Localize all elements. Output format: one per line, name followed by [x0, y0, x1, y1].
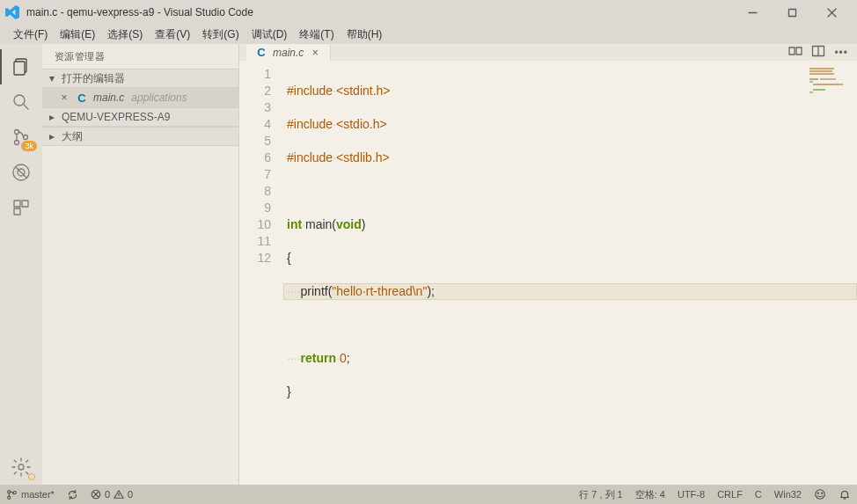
chevron-right-icon: ▸ [46, 130, 58, 142]
svg-point-17 [18, 464, 24, 470]
vscode-logo-icon [5, 5, 19, 19]
line-gutter: 123 456 789 101112 [239, 61, 283, 500]
svg-rect-22 [809, 68, 834, 69]
svg-rect-14 [14, 201, 20, 207]
editor-tab[interactable]: C main.c × [246, 44, 331, 61]
menu-view[interactable]: 查看(V) [149, 26, 196, 44]
split-editor-icon[interactable] [811, 44, 825, 61]
editor-tabs: C main.c × ••• [239, 44, 857, 61]
open-editor-filename: main.c [93, 91, 124, 104]
activity-bar: 3k [0, 44, 42, 485]
menu-bar: 文件(F) 编辑(E) 选择(S) 查看(V) 转到(G) 调试(D) 终端(T… [0, 25, 857, 44]
menu-edit[interactable]: 编辑(E) [54, 26, 101, 44]
debug-activity-icon[interactable] [0, 155, 42, 190]
svg-rect-5 [14, 62, 25, 75]
open-editors-section[interactable]: ▾ 打开的编辑器 [42, 69, 238, 88]
open-editor-item[interactable]: × C main.c applications [42, 88, 238, 107]
menu-selection[interactable]: 选择(S) [101, 26, 149, 44]
svg-rect-30 [809, 91, 813, 93]
menu-debug[interactable]: 调试(D) [245, 26, 294, 44]
svg-rect-24 [809, 73, 834, 75]
chevron-right-icon: ▸ [46, 111, 58, 123]
status-branch[interactable]: master* [0, 485, 61, 504]
svg-line-7 [24, 105, 28, 109]
menu-go[interactable]: 转到(G) [196, 26, 245, 44]
code-editor[interactable]: 123 456 789 101112 #include·<stdint.h> #… [239, 61, 857, 500]
svg-rect-18 [789, 47, 795, 55]
explorer-sidebar: 资源管理器 ▾ 打开的编辑器 × C main.c applications ▸… [42, 44, 239, 485]
more-icon[interactable]: ••• [834, 47, 848, 59]
svg-rect-28 [813, 84, 843, 85]
editor-actions: ••• [780, 44, 857, 61]
svg-rect-15 [22, 201, 28, 207]
editor-group: C main.c × ••• 123 456 789 101112 #inclu… [239, 44, 857, 485]
status-sync[interactable] [61, 485, 84, 504]
scm-badge: 3k [21, 141, 37, 151]
svg-rect-27 [809, 81, 813, 83]
tab-label: main.c [273, 47, 304, 59]
window-controls [733, 2, 852, 23]
open-editor-path: applications [131, 91, 187, 104]
chevron-down-icon: ▾ [46, 72, 58, 84]
scm-activity-icon[interactable]: 3k [0, 120, 42, 155]
outline-label: 大纲 [62, 129, 83, 144]
code-lines[interactable]: #include·<stdint.h> #include·<stdio.h> #… [283, 61, 857, 500]
close-icon[interactable]: × [58, 91, 70, 104]
close-icon[interactable]: × [309, 47, 321, 59]
search-activity-icon[interactable] [0, 84, 42, 120]
svg-rect-25 [809, 78, 818, 80]
svg-point-9 [15, 141, 19, 145]
svg-rect-29 [813, 89, 825, 91]
minimap[interactable] [808, 66, 857, 105]
maximize-button[interactable] [773, 2, 812, 23]
explorer-activity-icon[interactable] [0, 49, 42, 84]
menu-file[interactable]: 文件(F) [7, 26, 54, 44]
status-problems[interactable]: 0 0 [84, 485, 139, 504]
svg-rect-1 [789, 9, 796, 16]
svg-point-6 [14, 95, 25, 106]
svg-rect-23 [809, 70, 832, 72]
sidebar-title: 资源管理器 [42, 44, 238, 69]
c-file-icon: C [76, 91, 88, 105]
folder-label: QEMU-VEXPRESS-A9 [62, 111, 170, 123]
settings-activity-icon[interactable] [0, 449, 42, 485]
svg-rect-16 [14, 208, 20, 215]
menu-help[interactable]: 帮助(H) [341, 26, 389, 44]
open-editors-label: 打开的编辑器 [62, 71, 125, 86]
window-title: main.c - qemu-vexpress-a9 - Visual Studi… [26, 6, 733, 18]
c-file-icon: C [255, 46, 267, 59]
compare-icon[interactable] [788, 44, 802, 61]
title-bar: main.c - qemu-vexpress-a9 - Visual Studi… [0, 0, 857, 25]
outline-section[interactable]: ▸ 大纲 [42, 127, 238, 146]
close-button[interactable] [812, 2, 852, 23]
minimize-button[interactable] [733, 2, 773, 23]
extensions-activity-icon[interactable] [0, 190, 42, 225]
svg-rect-26 [820, 78, 836, 80]
menu-terminal[interactable]: 终端(T) [293, 26, 340, 44]
folder-section[interactable]: ▸ QEMU-VEXPRESS-A9 [42, 107, 238, 127]
svg-rect-19 [796, 47, 802, 55]
